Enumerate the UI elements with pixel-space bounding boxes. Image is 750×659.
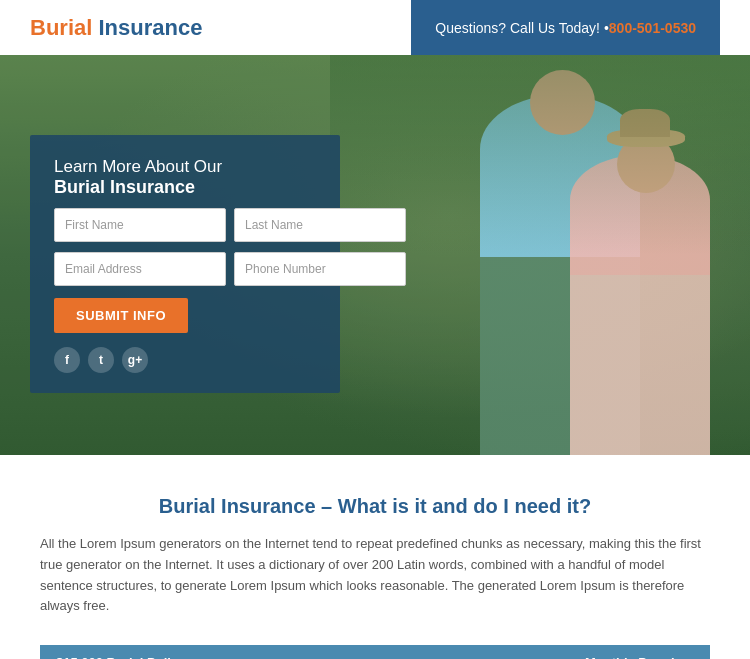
twitter-icon[interactable]: t [88,347,114,373]
form-row-contact [54,252,316,286]
table-col2-header: Monthly Premium [397,645,710,659]
submit-button[interactable]: SUBMIT INFO [54,298,188,333]
logo: Burial Insurance [30,15,202,41]
header-contact-bar: Questions? Call Us Today! • 800-501-0530 [411,0,720,55]
policy-table: $15,000 Burial Policy Monthly Premium 55… [40,645,710,659]
phone-number[interactable]: 800-501-0530 [609,20,696,36]
social-icons: f t g+ [54,347,316,373]
header: Burial Insurance Questions? Call Us Toda… [0,0,750,55]
content-section: Burial Insurance – What is it and do I n… [0,455,750,659]
hero-section: Learn More About Our Burial Insurance SU… [0,55,750,455]
facebook-icon[interactable]: f [54,347,80,373]
form-card: Learn More About Our Burial Insurance SU… [30,135,340,393]
logo-insurance: Insurance [92,15,202,40]
last-name-input[interactable] [234,208,406,242]
form-headline: Learn More About Our Burial Insurance [54,157,316,198]
content-title: Burial Insurance – What is it and do I n… [40,495,710,518]
first-name-input[interactable] [54,208,226,242]
logo-burial: Burial [30,15,92,40]
contact-prefix: Questions? Call Us Today! • [435,20,609,36]
table-col1-header: $15,000 Burial Policy [40,645,397,659]
googleplus-icon[interactable]: g+ [122,347,148,373]
email-input[interactable] [54,252,226,286]
content-body: All the Lorem Ipsum generators on the In… [40,534,710,617]
phone-input[interactable] [234,252,406,286]
form-row-name [54,208,316,242]
